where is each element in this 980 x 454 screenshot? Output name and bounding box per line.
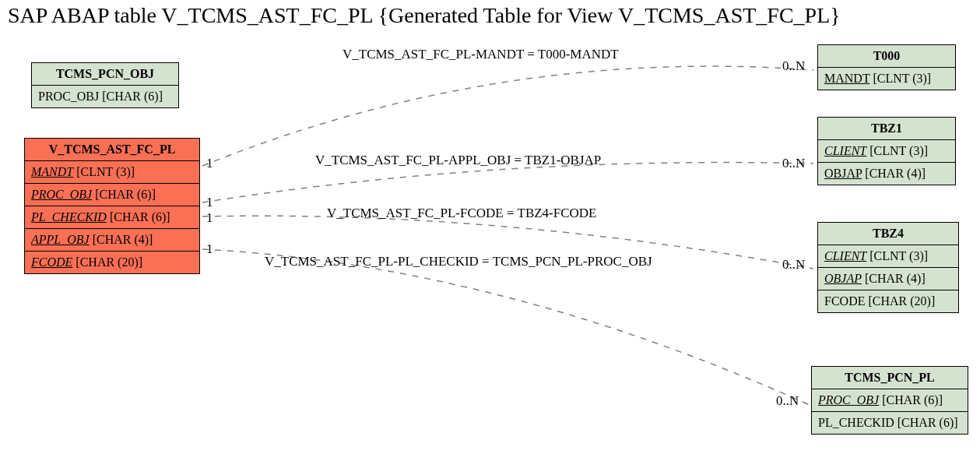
field-type: [CHAR (6)] — [110, 210, 170, 223]
cardinality-right-r2: 0..N — [782, 156, 805, 171]
relation-label-plcheck: V_TCMS_AST_FC_PL-PL_CHECKID = TCMS_PCN_P… — [265, 254, 652, 269]
field-name: APPL_OBJ — [31, 233, 90, 246]
entity-row: CLIENT [CLNT (3)] — [818, 245, 958, 268]
cardinality-right-r1: 0..N — [782, 58, 805, 74]
field-type: [CLNT (3)] — [76, 165, 135, 178]
entity-t000: T000 MANDT [CLNT (3)] — [817, 44, 956, 90]
field-name: OBJAP — [824, 167, 862, 180]
field-type: [CHAR (6)] — [897, 416, 958, 429]
field-type: [CHAR (20)] — [868, 294, 935, 308]
entity-row: PL_CHECKID [CHAR (6)] — [812, 412, 968, 434]
cardinality-right-r3: 0..N — [782, 257, 805, 273]
relation-label-mandt: V_TCMS_AST_FC_PL-MANDT = T000-MANDT — [342, 47, 619, 62]
entity-tcms-pcn-pl: TCMS_PCN_PL PROC_OBJ [CHAR (6)] PL_CHECK… — [811, 366, 968, 435]
entity-main: V_TCMS_AST_FC_PL MANDT [CLNT (3)] PROC_O… — [24, 138, 200, 274]
entity-header: TBZ4 — [818, 223, 958, 245]
field-name: MANDT — [31, 165, 73, 178]
field-name: OBJAP — [824, 272, 862, 285]
field-type: [CHAR (20)] — [76, 255, 142, 269]
field-type: [CHAR (4)] — [865, 167, 926, 180]
field-type: [CHAR (6)] — [882, 393, 943, 406]
field-type: [CLNT (3)] — [869, 144, 928, 157]
entity-row: MANDT [CLNT (3)] — [818, 68, 955, 90]
entity-tbz1: TBZ1 CLIENT [CLNT (3)] OBJAP [CHAR (4)] — [817, 117, 956, 185]
entity-row: APPL_OBJ [CHAR (4)] — [25, 229, 199, 252]
field-type: [CLNT (3)] — [869, 249, 928, 262]
entity-tcms-pcn-obj: TCMS_PCN_OBJ PROC_OBJ [CHAR (6)] — [31, 62, 179, 108]
entity-row: MANDT [CLNT (3)] — [25, 161, 199, 184]
field-type: [CLNT (3)] — [873, 72, 931, 85]
cardinality-right-r4: 0..N — [776, 393, 799, 409]
cardinality-left-r3: 1 — [206, 210, 213, 226]
entity-row: PROC_OBJ [CHAR (6)] — [32, 86, 178, 107]
page-title: SAP ABAP table V_TCMS_AST_FC_PL {Generat… — [8, 3, 841, 28]
entity-row: PL_CHECKID [CHAR (6)] — [25, 206, 199, 229]
cardinality-left-r1: 1 — [206, 156, 213, 171]
entity-header: V_TCMS_AST_FC_PL — [25, 139, 199, 161]
entity-row: OBJAP [CHAR (4)] — [818, 268, 958, 290]
field-name: PL_CHECKID — [818, 416, 894, 429]
entity-row: PROC_OBJ [CHAR (6)] — [25, 184, 199, 206]
relation-label-applobj: V_TCMS_AST_FC_PL-APPL_OBJ = TBZ1-OBJAP — [315, 153, 601, 168]
cardinality-left-r4: 1 — [206, 241, 213, 257]
entity-header: T000 — [818, 45, 955, 68]
field-name: PROC_OBJ — [31, 188, 92, 201]
field-name: CLIENT — [824, 249, 866, 262]
field-type: [CHAR (4)] — [93, 233, 153, 246]
field-type: [CHAR (6)] — [95, 188, 156, 201]
field-type: [CHAR (4)] — [865, 272, 926, 285]
field-type: [CHAR (6)] — [102, 90, 163, 103]
cardinality-left-r2: 1 — [206, 195, 213, 210]
entity-row: OBJAP [CHAR (4)] — [818, 163, 955, 185]
field-name: FCODE — [31, 255, 72, 269]
entity-tbz4: TBZ4 CLIENT [CLNT (3)] OBJAP [CHAR (4)] … — [817, 222, 959, 313]
field-name: PROC_OBJ — [38, 90, 99, 103]
entity-row: CLIENT [CLNT (3)] — [818, 140, 955, 163]
field-name: MANDT — [824, 72, 869, 85]
entity-header: TCMS_PCN_OBJ — [32, 63, 178, 86]
relation-label-fcode: V_TCMS_AST_FC_PL-FCODE = TBZ4-FCODE — [327, 206, 597, 221]
entity-header: TCMS_PCN_PL — [812, 367, 968, 389]
entity-row: FCODE [CHAR (20)] — [818, 290, 958, 312]
field-name: PL_CHECKID — [31, 210, 107, 223]
field-name: CLIENT — [824, 144, 866, 157]
entity-row: PROC_OBJ [CHAR (6)] — [812, 389, 968, 412]
entity-row: FCODE [CHAR (20)] — [25, 252, 199, 273]
field-name: PROC_OBJ — [818, 393, 879, 406]
entity-header: TBZ1 — [818, 118, 955, 140]
field-name: FCODE — [824, 294, 865, 308]
